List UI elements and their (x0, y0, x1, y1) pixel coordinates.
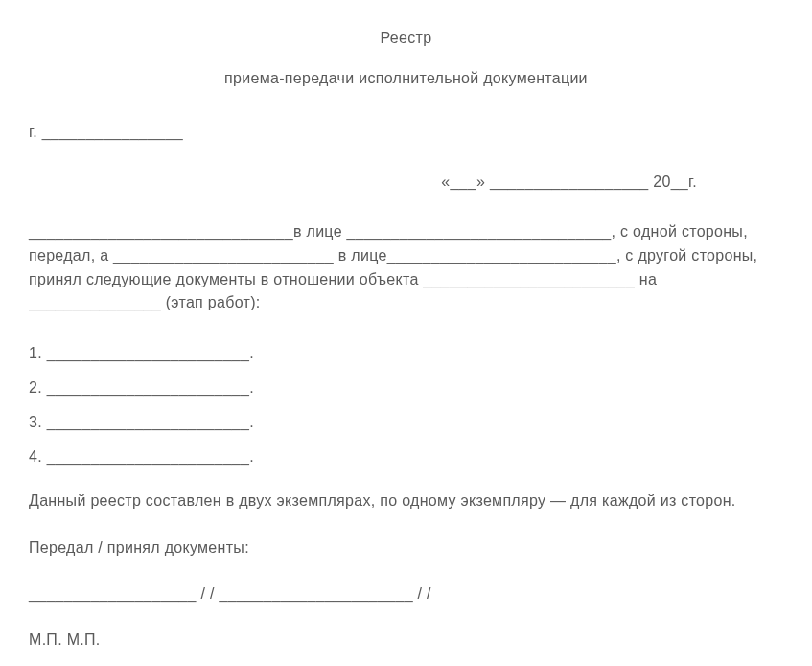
title-line-1: Реестр (29, 27, 783, 50)
list-item-2: 2. _______________________. (29, 377, 783, 400)
copies-text: Данный реестр составлен в двух экземпляр… (29, 490, 783, 514)
list-item-4: 4. _______________________. (29, 446, 783, 469)
title-line-2: приема-передачи исполнительной документа… (29, 67, 783, 90)
signature-line: ___________________ / / ________________… (29, 583, 783, 606)
body-text: ______________________________в лице ___… (29, 220, 783, 315)
signed-label: Передал / принял документы: (29, 537, 783, 560)
stamp-line: М.П. М.П. (29, 629, 783, 652)
document-list: 1. _______________________. 2. _________… (29, 342, 783, 469)
list-item-3: 3. _______________________. (29, 411, 783, 434)
date-line: «___» __________________ 20__г. (29, 171, 783, 194)
list-item-1: 1. _______________________. (29, 342, 783, 365)
city-line: г. ________________ (29, 121, 783, 144)
